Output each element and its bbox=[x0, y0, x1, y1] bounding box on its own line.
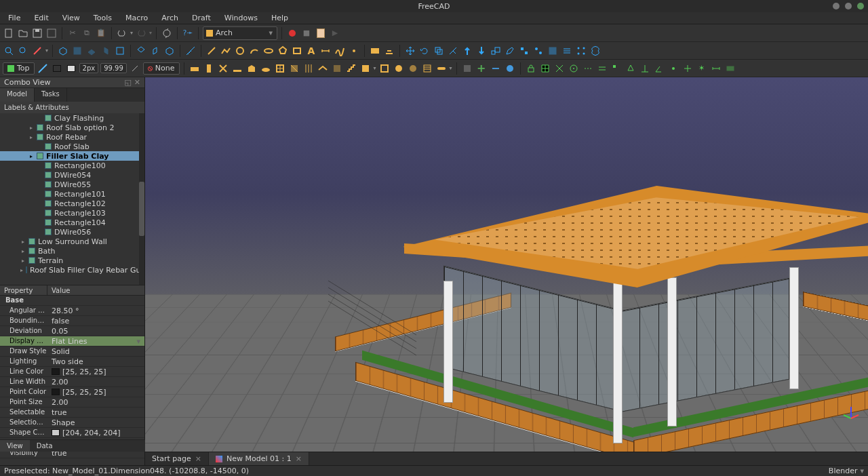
snap-intersect-icon[interactable] bbox=[553, 62, 566, 75]
minimize-icon[interactable] bbox=[833, 3, 840, 9]
snap-wp-icon[interactable] bbox=[724, 62, 736, 75]
arch-axis-icon[interactable] bbox=[302, 62, 315, 75]
property-row[interactable]: Bounding …false bbox=[0, 316, 144, 326]
save-icon[interactable] bbox=[31, 27, 43, 39]
shapestring-icon[interactable] bbox=[369, 45, 381, 57]
menu-help[interactable]: Help bbox=[266, 13, 294, 23]
bspline-icon[interactable] bbox=[334, 45, 346, 57]
tree-item[interactable]: Rectangle104 bbox=[0, 218, 144, 227]
close-icon[interactable] bbox=[857, 3, 864, 9]
arch-schedule-icon[interactable] bbox=[421, 62, 433, 75]
arch-space-icon[interactable] bbox=[331, 62, 343, 75]
property-row[interactable]: Shape Color[204, 204, 204] bbox=[0, 428, 144, 438]
tab-view[interactable]: View bbox=[0, 440, 30, 452]
fit-all-icon[interactable] bbox=[3, 45, 15, 57]
arch-cut-icon[interactable] bbox=[461, 62, 473, 75]
snap-near-icon[interactable] bbox=[667, 62, 679, 75]
tab-data[interactable]: Data bbox=[30, 440, 60, 452]
text-icon[interactable]: A bbox=[305, 45, 317, 57]
arch-pipe-icon[interactable] bbox=[435, 62, 448, 75]
fit-sel-icon[interactable] bbox=[17, 45, 29, 57]
tab-model[interactable]: Model bbox=[0, 88, 35, 102]
facebinder-icon[interactable] bbox=[383, 45, 395, 57]
array-icon[interactable] bbox=[575, 45, 587, 57]
menu-view[interactable]: View bbox=[57, 13, 85, 23]
property-row[interactable]: Angular De…28.50 ° bbox=[0, 306, 144, 316]
tree-item[interactable]: Rectangle100 bbox=[0, 161, 144, 170]
trimex-icon[interactable] bbox=[447, 45, 459, 57]
working-plane-icon[interactable]: Top bbox=[3, 62, 35, 75]
close-tab-icon[interactable]: × bbox=[195, 454, 201, 463]
tree-item[interactable]: ▸Roof Rebar bbox=[0, 132, 144, 142]
menu-windows[interactable]: Windows bbox=[219, 13, 263, 23]
snap-midpoint-icon[interactable] bbox=[625, 62, 637, 75]
redo-icon[interactable] bbox=[135, 27, 147, 39]
face-color-swatch[interactable] bbox=[65, 62, 77, 75]
menu-edit[interactable]: Edit bbox=[28, 13, 54, 23]
macro-stop-icon[interactable]: ■ bbox=[300, 27, 313, 39]
left-icon[interactable] bbox=[149, 45, 161, 57]
chevron-down-icon[interactable]: ▾ bbox=[860, 467, 864, 475]
wiretobspline-icon[interactable] bbox=[518, 45, 530, 57]
new-icon[interactable] bbox=[3, 27, 15, 39]
model-tree[interactable]: Clay Flashing▸Roof Slab option 2▸Roof Re… bbox=[0, 113, 144, 285]
rotate-icon[interactable] bbox=[418, 45, 431, 57]
snap-endpoint-icon[interactable] bbox=[610, 62, 623, 75]
tree-scrollbar[interactable] bbox=[139, 113, 144, 285]
adddel-point-icon[interactable] bbox=[532, 45, 545, 57]
tree-item[interactable]: Roof Slab bbox=[0, 142, 144, 151]
arc-icon[interactable] bbox=[248, 45, 260, 57]
property-row[interactable]: Line Width2.00 bbox=[0, 377, 144, 387]
whatsthis-icon[interactable]: ?➛ bbox=[182, 27, 194, 39]
snap-grid-icon[interactable] bbox=[539, 62, 551, 75]
snap-extension-icon[interactable] bbox=[582, 62, 594, 75]
property-row[interactable]: Draw StyleSolid bbox=[0, 346, 144, 357]
paste-icon[interactable]: 📋 bbox=[95, 27, 107, 39]
arch-floor-icon[interactable] bbox=[231, 62, 243, 75]
apply-style-icon[interactable] bbox=[129, 62, 141, 75]
rear-icon[interactable] bbox=[114, 45, 126, 57]
right-icon[interactable] bbox=[100, 45, 112, 57]
macro-list-icon[interactable] bbox=[315, 27, 327, 39]
menu-arch[interactable]: Arch bbox=[156, 13, 184, 23]
draft2sketch-icon[interactable] bbox=[561, 45, 573, 57]
doc-tab-start[interactable]: Start page × bbox=[145, 452, 209, 465]
tree-item[interactable]: ▸Terrain bbox=[0, 256, 144, 265]
arch-panel-icon[interactable] bbox=[359, 62, 372, 75]
property-row[interactable]: Base bbox=[0, 296, 144, 306]
property-row[interactable]: LightingTwo side bbox=[0, 357, 144, 367]
open-icon[interactable] bbox=[17, 27, 29, 39]
menu-tools[interactable]: Tools bbox=[88, 13, 117, 23]
copy-icon[interactable]: ⧉ bbox=[81, 27, 93, 39]
snap-perp-icon[interactable] bbox=[639, 62, 651, 75]
arch-frame-icon[interactable] bbox=[378, 62, 391, 75]
bottom-icon[interactable] bbox=[135, 45, 147, 57]
top-icon[interactable] bbox=[85, 45, 98, 57]
point-icon[interactable] bbox=[348, 45, 360, 57]
ellipse-icon[interactable] bbox=[262, 45, 275, 57]
snap-dims-icon[interactable] bbox=[710, 62, 722, 75]
move-icon[interactable] bbox=[404, 45, 416, 57]
arch-roof-icon[interactable] bbox=[317, 62, 329, 75]
tree-item[interactable]: Rectangle101 bbox=[0, 189, 144, 199]
scale-icon[interactable] bbox=[490, 45, 502, 57]
line-color-swatch[interactable] bbox=[51, 62, 63, 75]
shape2dview-icon[interactable] bbox=[547, 45, 559, 57]
arch-stairs-icon[interactable] bbox=[345, 62, 357, 75]
arch-survey-icon[interactable] bbox=[504, 62, 516, 75]
macro-play-icon[interactable]: ▶ bbox=[329, 27, 341, 39]
tree-item[interactable]: ▸Filler Slab Clay bbox=[0, 151, 144, 161]
wire-icon[interactable] bbox=[220, 45, 232, 57]
arch-building-icon[interactable] bbox=[245, 62, 258, 75]
cut-icon[interactable]: ✂ bbox=[66, 27, 79, 39]
arch-site-icon[interactable] bbox=[260, 62, 272, 75]
doc-tab-model[interactable]: New Model 01 : 1 × bbox=[209, 452, 309, 465]
iso-icon[interactable] bbox=[57, 45, 69, 57]
tree-item[interactable]: ▸Roof Slab option 2 bbox=[0, 123, 144, 132]
tree-item[interactable]: ▸Low Surround Wall bbox=[0, 237, 144, 246]
property-row[interactable]: Selection S…Shape bbox=[0, 418, 144, 428]
saveas-icon[interactable] bbox=[45, 27, 58, 39]
snap-parallel-icon[interactable] bbox=[596, 62, 608, 75]
arch-section-icon[interactable] bbox=[288, 62, 300, 75]
edit-icon[interactable] bbox=[504, 45, 516, 57]
